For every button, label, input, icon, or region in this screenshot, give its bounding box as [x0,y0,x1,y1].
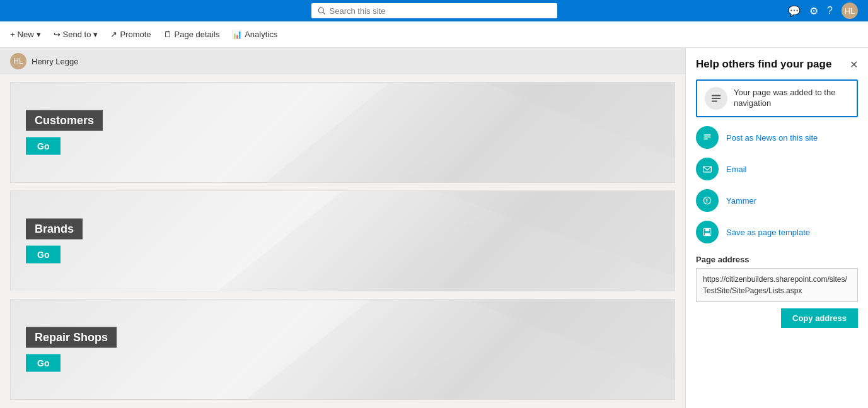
author-name: Henry Legge [32,57,78,66]
card-content: Repair Shops Go [26,327,117,372]
new-label: New [18,30,34,39]
svg-rect-13 [712,101,717,102]
author-bar: HL Henry Legge [0,48,685,74]
author-avatar: HL [10,53,26,69]
page-address-section: Page address https://citizenbuilders.sha… [696,255,858,328]
copy-address-button[interactable]: Copy address [781,308,858,328]
settings-icon[interactable]: ⚙ [809,5,818,17]
top-bar-right: 💬 ⚙ ? HL [788,3,858,19]
svg-rect-21 [705,228,709,231]
svg-line-1 [323,12,325,14]
sendto-label: Send to [63,30,91,39]
main-layout: HL Henry Legge Customers Go [0,48,868,408]
save-template-icon [696,221,719,243]
yammer-label: Yammer [726,196,756,206]
card-title: Brands [26,219,83,240]
svg-rect-14 [703,134,710,136]
email-icon [696,158,719,180]
yammer-option[interactable]: Y Yammer [696,189,858,212]
new-button[interactable]: + New ▾ [10,30,41,39]
panel-header: Help others find your page ✕ [696,58,858,71]
svg-rect-15 [703,136,710,137]
comment-icon[interactable]: 💬 [788,5,801,17]
help-icon[interactable]: ? [827,5,833,16]
card-pattern [11,83,674,183]
customers-card: Customers Go [10,82,675,183]
panel-title: Help others find your page [696,58,831,71]
repairshops-card: Repair Shops Go [10,299,675,400]
analytics-label: Analytics [245,30,277,39]
nav-icon [705,87,727,110]
svg-rect-11 [712,95,720,96]
plus-icon: + [10,30,15,39]
post-as-news-option[interactable]: Post as News on this site [696,126,858,149]
analytics-button[interactable]: 📊 Analytics [232,30,277,39]
sendto-chevron-icon: ▾ [93,30,98,39]
new-chevron-icon: ▾ [37,30,41,39]
save-template-label: Save as page template [726,228,810,237]
svg-text:Y: Y [705,199,709,204]
promote-button[interactable]: ↗ Promote [110,30,151,39]
page-address-value: https://citizenbuilders.sharepoint.com/s… [696,268,858,302]
analytics-icon: 📊 [232,30,242,39]
toolbar: + New ▾ ↪ Send to ▾ ↗ Promote 🗒 Page det… [0,21,868,48]
svg-point-0 [318,8,323,13]
promote-icon: ↗ [110,30,117,39]
card-title: Repair Shops [26,327,117,348]
pagedetails-icon: 🗒 [164,30,172,39]
card-title: Customers [26,110,103,131]
news-icon [696,126,719,149]
card-content: Brands Go [26,219,83,264]
content-area: HL Henry Legge Customers Go [0,48,685,408]
nav-added-text: Your page was added to the navigation [734,88,849,109]
brands-card: Brands Go [10,190,675,291]
repairshops-go-button[interactable]: Go [26,354,61,372]
sendto-icon: ↪ [54,30,61,39]
customers-go-button[interactable]: Go [26,137,61,155]
page-address-label: Page address [696,255,858,264]
pagedetails-button[interactable]: 🗒 Page details [164,30,220,39]
post-as-news-label: Post as News on this site [726,133,818,143]
save-template-option[interactable]: Save as page template [696,221,858,243]
panel-close-button[interactable]: ✕ [850,59,858,71]
search-icon [318,7,326,15]
sendto-button[interactable]: ↪ Send to ▾ [54,30,98,39]
card-pattern [11,191,674,291]
svg-rect-16 [703,139,707,140]
svg-rect-12 [712,98,720,99]
email-option[interactable]: Email [696,158,858,180]
yammer-icon: Y [696,189,719,212]
top-bar: 💬 ⚙ ? HL [0,0,868,21]
brands-go-button[interactable]: Go [26,246,61,264]
nav-added-item: Your page was added to the navigation [696,79,858,117]
promote-label: Promote [120,30,151,39]
search-container[interactable] [311,3,557,18]
search-input[interactable] [330,6,551,16]
card-content: Customers Go [26,110,103,155]
email-label: Email [726,165,747,174]
avatar[interactable]: HL [842,3,858,19]
side-panel: Help others find your page ✕ Your page w… [685,48,868,408]
svg-rect-22 [705,233,710,236]
pagedetails-label: Page details [175,30,220,39]
